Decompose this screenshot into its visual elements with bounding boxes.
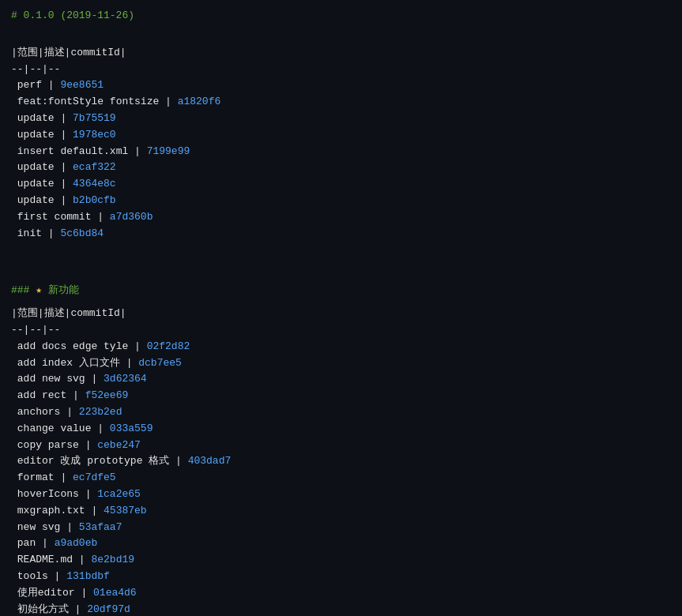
page-content: # 0.1.0 (2019-11-26) |范围|描述|commitId| --… <box>11 8 671 616</box>
commit-link[interactable]: 02f2d82 <box>147 340 190 352</box>
commit-link[interactable]: 7199e99 <box>147 145 190 157</box>
table-row: perf | 9ee8651 <box>11 77 671 94</box>
commit-link[interactable]: 9ee8651 <box>60 79 104 91</box>
table-row: add rect | f52ee69 <box>11 388 671 404</box>
commit-link[interactable]: 033a559 <box>110 423 153 434</box>
table-row: 初始化方式 | 20df97d <box>11 602 671 617</box>
table-row: editor 改成 prototype 格式 | 403dad7 <box>11 453 671 470</box>
header-title: 新功能 <box>42 284 79 296</box>
table-row: update | 7b75519 <box>11 111 671 127</box>
new-features-section: ### ★ 新功能 |范围|描述|commitId| --|--|-- add … <box>11 283 671 616</box>
commit-link[interactable]: 3d62364 <box>104 373 147 385</box>
new-features-header: ### ★ 新功能 <box>11 283 671 299</box>
star-icon: ★ <box>36 284 42 296</box>
commit-link[interactable]: b2b0cfb <box>73 194 116 206</box>
version-table-divider: --|--|-- <box>11 62 671 78</box>
commit-link[interactable]: 1978ec0 <box>73 129 116 141</box>
table-row: pan | a9ad0eb <box>11 535 671 552</box>
table-row: mxgraph.txt | 45387eb <box>11 503 671 520</box>
table-row: update | 1978ec0 <box>11 127 671 144</box>
spacer-1 <box>11 32 671 45</box>
table-row: init | 5c6bd84 <box>11 226 671 242</box>
commit-link[interactable]: dcb7ee5 <box>138 357 182 369</box>
features-table-divider: --|--|-- <box>11 322 671 339</box>
commit-link[interactable]: 01ea4d6 <box>93 587 137 599</box>
table-row: add docs edge tyle | 02f2d82 <box>11 339 671 355</box>
commit-link[interactable]: a1820f6 <box>178 96 221 107</box>
table-row: anchors | 223b2ed <box>11 404 671 421</box>
commit-link[interactable]: 7b75519 <box>73 112 116 124</box>
table-row: README.md | 8e2bd19 <box>11 552 671 569</box>
table-row: copy parse | cebe247 <box>11 438 671 454</box>
table-row: format | ec7dfe5 <box>11 470 671 486</box>
header-hash: ### <box>11 284 36 296</box>
table-row: hoverIcons | 1ca2e65 <box>11 486 671 503</box>
commit-link[interactable]: 223b2ed <box>79 406 122 418</box>
commit-link[interactable]: 20df97d <box>87 603 130 615</box>
table-row: add new svg | 3d62364 <box>11 371 671 388</box>
commit-link[interactable]: 131bdbf <box>66 570 110 582</box>
table-row: update | 4364e8c <box>11 176 671 193</box>
commit-link[interactable]: ec7dfe5 <box>73 471 116 483</box>
spacer-2 <box>11 257 671 270</box>
table-row: insert default.xml | 7199e99 <box>11 144 671 160</box>
table-row: first commit | a7d360b <box>11 209 671 226</box>
features-rows: add docs edge tyle | 02f2d82 add index 入… <box>11 339 671 616</box>
table-row: new svg | 53afaa7 <box>11 520 671 536</box>
table-row: change value | 033a559 <box>11 421 671 438</box>
commit-link[interactable]: 4364e8c <box>73 178 116 190</box>
commit-link[interactable]: cebe247 <box>97 439 141 451</box>
table-row: add index 入口文件 | dcb7ee5 <box>11 355 671 372</box>
version-rows: perf | 9ee8651 feat:fontStyle fontsize |… <box>11 77 671 242</box>
table-row: update | ecaf322 <box>11 160 671 176</box>
table-row: 使用editor | 01ea4d6 <box>11 585 671 602</box>
commit-link[interactable]: 45387eb <box>104 505 147 516</box>
commit-link[interactable]: f52ee69 <box>85 389 129 401</box>
commit-link[interactable]: 403dad7 <box>188 455 232 467</box>
commit-link[interactable]: a7d360b <box>110 211 153 223</box>
table-row: tools | 131bdbf <box>11 569 671 585</box>
version-header: # 0.1.0 (2019-11-26) <box>11 8 671 24</box>
commit-link[interactable]: a9ad0eb <box>55 537 98 549</box>
commit-link[interactable]: 8e2bd19 <box>91 554 134 565</box>
commit-link[interactable]: ecaf322 <box>73 161 116 173</box>
commit-link[interactable]: 5c6bd84 <box>60 227 104 239</box>
features-table-header: |范围|描述|commitId| <box>11 306 671 322</box>
table-row: feat:fontStyle fontsize | a1820f6 <box>11 94 671 111</box>
commit-link[interactable]: 1ca2e65 <box>97 488 141 500</box>
version-table-header: |范围|描述|commitId| <box>11 45 671 62</box>
table-row: update | b2b0cfb <box>11 193 671 209</box>
commit-link[interactable]: 53afaa7 <box>79 521 122 533</box>
version-section: # 0.1.0 (2019-11-26) |范围|描述|commitId| --… <box>11 8 671 242</box>
